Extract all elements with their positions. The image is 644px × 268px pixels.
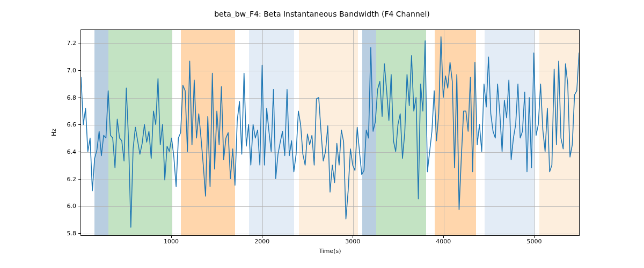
x-tick-label: 2000: [254, 238, 269, 245]
x-tick-mark: [534, 236, 535, 238]
y-tick-label: 6.6: [55, 121, 76, 128]
y-axis-label: Hz: [50, 129, 57, 136]
x-axis-label: Time(s): [319, 248, 341, 255]
x-tick-mark: [443, 236, 444, 238]
y-tick-label: 7.2: [55, 40, 76, 47]
chart-title: beta_bw_F4: Beta Instantaneous Bandwidth…: [0, 10, 644, 18]
x-tick-mark: [171, 236, 172, 238]
x-tick-label: 5000: [526, 238, 541, 245]
plot-area: [80, 29, 580, 236]
x-tick-mark: [262, 236, 262, 238]
x-tick-label: 1000: [164, 238, 179, 245]
y-tick-label: 6.0: [55, 203, 76, 210]
y-tick-label: 6.8: [55, 94, 76, 101]
y-tick-label: 5.8: [55, 229, 76, 236]
y-tick-label: 6.4: [55, 148, 76, 155]
line-series: [81, 30, 579, 235]
figure: beta_bw_F4: Beta Instantaneous Bandwidth…: [0, 0, 644, 268]
x-tick-mark: [353, 236, 353, 238]
x-tick-label: 4000: [436, 238, 451, 245]
line-polyline: [81, 37, 579, 227]
y-tick-label: 7.0: [55, 66, 76, 73]
y-tick-label: 6.2: [55, 175, 76, 182]
x-tick-label: 3000: [345, 238, 360, 245]
